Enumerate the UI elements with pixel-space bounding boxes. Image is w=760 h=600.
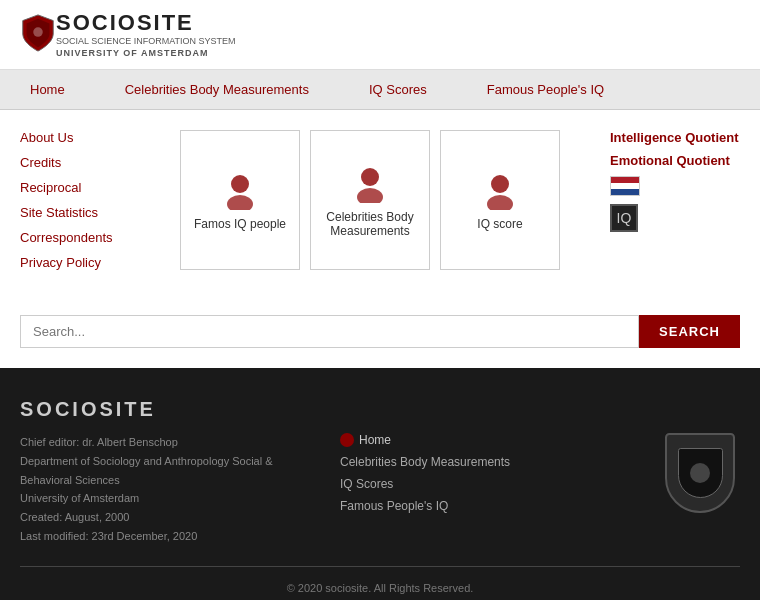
footer-link-home[interactable]: Home bbox=[340, 433, 630, 447]
site-header: SOCIOSITE SOCIAL SCIENCE INFORMATION SYS… bbox=[0, 0, 760, 70]
svg-point-2 bbox=[227, 195, 253, 210]
sidebar-correspondents[interactable]: Correspondents bbox=[20, 230, 160, 245]
card-icon-1 bbox=[350, 163, 390, 210]
card-famous-iq[interactable]: Famos IQ people bbox=[180, 130, 300, 270]
netherlands-flag bbox=[610, 176, 640, 196]
nav-iq-scores[interactable]: IQ Scores bbox=[339, 70, 457, 109]
card-label-0: Famos IQ people bbox=[194, 217, 286, 231]
card-icon-0 bbox=[220, 170, 260, 217]
card-label-1: Celebrities Body Measurements bbox=[321, 210, 419, 238]
sidebar-credits[interactable]: Credits bbox=[20, 155, 160, 170]
search-input[interactable] bbox=[20, 315, 639, 348]
main-nav: Home Celebrities Body Measurements IQ Sc… bbox=[0, 70, 760, 110]
footer-link-iq[interactable]: IQ Scores bbox=[340, 477, 630, 491]
home-icon bbox=[340, 433, 354, 447]
footer-link-celebrities[interactable]: Celebrities Body Measurements bbox=[340, 455, 630, 469]
left-sidebar: About Us Credits Reciprocal Site Statist… bbox=[20, 130, 160, 280]
nav-celebrities[interactable]: Celebrities Body Measurements bbox=[95, 70, 339, 109]
app-icon-box[interactable]: IQ bbox=[610, 204, 638, 232]
site-subtitle: SOCIAL SCIENCE INFORMATION SYSTEM UNIVER… bbox=[56, 36, 236, 59]
sidebar-about-us[interactable]: About Us bbox=[20, 130, 160, 145]
footer-shield-area bbox=[660, 433, 740, 545]
site-title: SOCIOSITE bbox=[56, 10, 236, 36]
search-area: SEARCH bbox=[0, 300, 760, 368]
logo-text: SOCIOSITE SOCIAL SCIENCE INFORMATION SYS… bbox=[56, 10, 236, 59]
cards-area: Famos IQ people Celebrities Body Measure… bbox=[180, 130, 590, 280]
card-icon-2 bbox=[480, 170, 520, 217]
sidebar-privacy-policy[interactable]: Privacy Policy bbox=[20, 255, 160, 270]
footer-logo: SOCIOSITE bbox=[20, 398, 740, 421]
sidebar-site-statistics[interactable]: Site Statistics bbox=[20, 205, 160, 220]
footer-copyright: © 2020 sociosite. All Rights Reserved. bbox=[20, 582, 740, 594]
right-sidebar: Intelligence Quotient Emotional Quotient… bbox=[610, 130, 740, 280]
shield-dot bbox=[690, 463, 710, 483]
card-celebrities[interactable]: Celebrities Body Measurements bbox=[310, 130, 430, 270]
search-button[interactable]: SEARCH bbox=[639, 315, 740, 348]
footer-divider bbox=[20, 566, 740, 567]
logo-shield-icon bbox=[20, 13, 56, 56]
nav-famous-iq[interactable]: Famous People's IQ bbox=[457, 70, 634, 109]
footer-info: Chief editor: dr. Albert Benschop Depart… bbox=[20, 433, 310, 545]
nav-home[interactable]: Home bbox=[0, 70, 95, 109]
footer-links: Home Celebrities Body Measurements IQ Sc… bbox=[340, 433, 630, 545]
svg-point-3 bbox=[361, 168, 379, 186]
flag-blue-stripe bbox=[611, 189, 639, 195]
footer-shield-icon bbox=[665, 433, 735, 513]
right-link-intelligence[interactable]: Intelligence Quotient bbox=[610, 130, 740, 145]
svg-point-4 bbox=[357, 188, 383, 203]
footer: SOCIOSITE Chief editor: dr. Albert Bensc… bbox=[0, 368, 760, 600]
footer-link-famous[interactable]: Famous People's IQ bbox=[340, 499, 630, 513]
sidebar-reciprocal[interactable]: Reciprocal bbox=[20, 180, 160, 195]
main-content: About Us Credits Reciprocal Site Statist… bbox=[0, 110, 760, 300]
svg-point-0 bbox=[33, 27, 43, 37]
card-label-2: IQ score bbox=[477, 217, 522, 231]
footer-content: Chief editor: dr. Albert Benschop Depart… bbox=[20, 433, 740, 545]
card-iq-score[interactable]: IQ score bbox=[440, 130, 560, 270]
right-link-emotional[interactable]: Emotional Quotient bbox=[610, 153, 740, 168]
svg-point-1 bbox=[231, 175, 249, 193]
shield-inner bbox=[678, 448, 723, 498]
svg-point-5 bbox=[491, 175, 509, 193]
svg-point-6 bbox=[487, 195, 513, 210]
